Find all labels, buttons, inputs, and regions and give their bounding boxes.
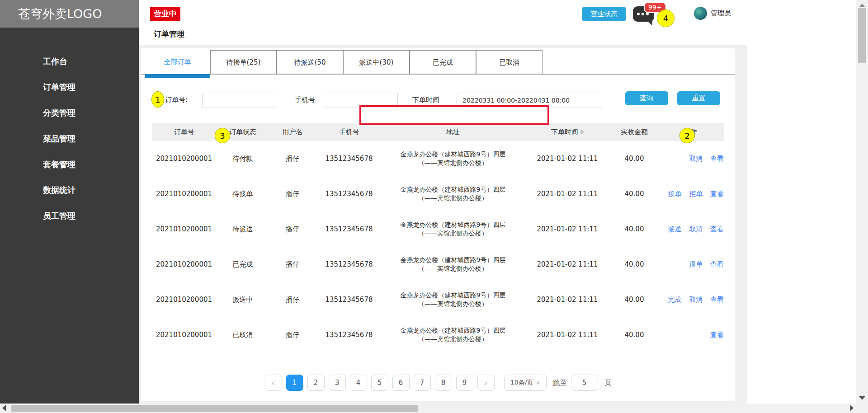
scroll-up-icon[interactable] <box>859 4 865 7</box>
action-cancel[interactable]: 取消 <box>689 225 703 233</box>
action-view[interactable]: 查看 <box>710 331 724 339</box>
scroll-down-icon[interactable] <box>859 396 865 400</box>
order-status: 已完成 <box>216 260 270 269</box>
page-button-6[interactable]: 6 <box>392 375 410 391</box>
order-time: 2021-01-02 11:11 <box>523 331 612 339</box>
phone: 13512345678 <box>315 225 383 233</box>
next-page-button[interactable]: › <box>477 375 495 391</box>
page-button-4[interactable]: 4 <box>350 375 367 391</box>
scroll-left-icon[interactable] <box>2 405 6 411</box>
page-button-2[interactable]: 2 <box>307 375 325 391</box>
sort-icon[interactable] <box>580 128 584 136</box>
row-actions: 完成 取消 查看 <box>657 296 724 304</box>
header-amount: 实收金额 <box>612 128 657 136</box>
main-area: 营业中 订单管理 营业状态 99+ 4 管理员 全部订单 待接单(25) 待派送… <box>139 0 856 404</box>
amount: 40.00 <box>612 260 657 268</box>
order-no: 2021010200001 <box>152 225 216 233</box>
header-order-time[interactable]: 下单时间 <box>523 128 612 136</box>
address: 金燕龙办公楼（建材城西路9号）四层 （——宾馆北侧办公楼） <box>383 291 523 308</box>
action-cancel[interactable]: 取消 <box>689 155 703 163</box>
sidebar-item-setmeal[interactable]: 套餐管理 <box>0 151 139 177</box>
order-no: 2021010200001 <box>152 155 216 163</box>
phone: 13512345678 <box>315 260 383 268</box>
table-row: 2021010200001 待派送 播仔 13512345678 金燕龙办公楼（… <box>152 211 724 247</box>
page-button-8[interactable]: 8 <box>435 375 452 391</box>
tab-cancelled[interactable]: 已取消 <box>476 50 542 74</box>
order-no: 2021010200001 <box>152 260 216 268</box>
header-address: 地址 <box>383 128 523 136</box>
order-time: 2021-01-02 11:11 <box>523 155 612 163</box>
header-order-no: 订单号 <box>152 128 216 136</box>
sidebar-item-workbench[interactable]: 工作台 <box>0 48 139 74</box>
table-row: 2021010200001 待接单 播仔 13512345678 金燕龙办公楼（… <box>152 176 724 211</box>
business-status-badge: 营业中 <box>150 7 180 21</box>
action-view[interactable]: 查看 <box>710 190 724 198</box>
vertical-scrollbar-thumb[interactable] <box>858 8 866 63</box>
address: 金燕龙办公楼（建材城西路9号）四层 （——宾馆北侧办公楼） <box>383 256 523 273</box>
action-cancel[interactable]: 取消 <box>689 296 703 304</box>
order-time: 2021-01-02 11:11 <box>523 190 612 198</box>
content-panel: 全部订单 待接单(25) 待派送(50 派送中(30) 已完成 已取消 订单号:… <box>139 45 747 404</box>
horizontal-scrollbar[interactable] <box>0 404 868 413</box>
sidebar: 苍穹外卖LOGO 工作台 订单管理 分类管理 菜品管理 套餐管理 数据统计 员工… <box>0 0 139 404</box>
avatar[interactable] <box>694 7 707 20</box>
app-logo: 苍穹外卖LOGO <box>0 0 139 28</box>
amount: 40.00 <box>612 190 657 198</box>
user: 播仔 <box>270 155 315 163</box>
chat-dots-icon <box>637 13 640 15</box>
chevron-down-icon: ∨ <box>536 380 540 386</box>
reset-button[interactable]: 重置 <box>677 91 720 105</box>
sidebar-item-categories[interactable]: 分类管理 <box>0 100 139 126</box>
prev-page-button[interactable]: ‹ <box>265 375 282 391</box>
order-time: 2021-01-02 11:11 <box>523 225 612 233</box>
vertical-scrollbar[interactable] <box>856 0 868 404</box>
table-header-row: 订单号 订单状态 用户名 手机号 地址 下单时间 实收金额 操作 <box>152 123 724 141</box>
tab-pending-accept[interactable]: 待接单(25) <box>210 50 277 74</box>
active-tab-underline <box>145 74 210 78</box>
action-accept[interactable]: 接单 <box>668 190 681 198</box>
sidebar-item-orders[interactable]: 订单管理 <box>0 74 139 100</box>
row-actions: 派送 取消 查看 <box>657 225 724 234</box>
action-view[interactable]: 查看 <box>710 260 724 268</box>
order-status: 待接单 <box>216 190 270 198</box>
page-button-7[interactable]: 7 <box>414 375 431 391</box>
row-actions: 退单 查看 <box>657 260 724 269</box>
tab-pending-dispatch[interactable]: 待派送(50 <box>277 50 343 74</box>
horizontal-scrollbar-thumb[interactable] <box>11 405 418 412</box>
page-button-1[interactable]: 1 <box>286 375 303 391</box>
tab-all-orders[interactable]: 全部订单 <box>145 50 210 74</box>
action-complete[interactable]: 完成 <box>668 296 681 304</box>
business-status-button[interactable]: 营业状态 <box>582 7 626 21</box>
amount: 40.00 <box>612 225 657 233</box>
action-refund[interactable]: 退单 <box>689 260 703 268</box>
table-row: 2021010200001 已取消 播仔 13512345678 金燕龙办公楼（… <box>152 317 724 352</box>
sidebar-item-dishes[interactable]: 菜品管理 <box>0 126 139 151</box>
jump-page-input[interactable] <box>571 375 598 391</box>
order-time-label: 下单时间 <box>412 96 439 104</box>
page-button-5[interactable]: 5 <box>371 375 388 391</box>
tab-dispatching[interactable]: 派送中(30) <box>343 50 410 74</box>
action-reject[interactable]: 拒单 <box>689 190 703 198</box>
action-view[interactable]: 查看 <box>710 155 724 163</box>
page-button-9[interactable]: 9 <box>456 375 473 391</box>
action-view[interactable]: 查看 <box>710 296 724 304</box>
page-button-3[interactable]: 3 <box>329 375 346 391</box>
scroll-right-icon[interactable] <box>850 405 854 411</box>
order-status: 已取消 <box>216 331 270 339</box>
search-button[interactable]: 查询 <box>625 91 668 105</box>
username-label: 管理员 <box>711 9 731 18</box>
sidebar-item-employees[interactable]: 员工管理 <box>0 203 139 229</box>
annotation-red-box <box>359 105 549 125</box>
action-dispatch[interactable]: 派送 <box>668 225 681 233</box>
page-size-select[interactable]: 10条/页 ∨ <box>504 375 547 391</box>
tab-completed[interactable]: 已完成 <box>410 50 476 74</box>
order-no-label: 订单号: <box>165 96 188 104</box>
row-actions: 取消 查看 <box>657 155 724 163</box>
sidebar-item-statistics[interactable]: 数据统计 <box>0 177 139 203</box>
orders-card: 全部订单 待接单(25) 待派送(50 派送中(30) 已完成 已取消 订单号:… <box>141 48 735 401</box>
order-no-input[interactable] <box>202 93 276 108</box>
action-view[interactable]: 查看 <box>710 225 724 233</box>
phone: 13512345678 <box>315 155 383 163</box>
table-row: 2021010200001 已完成 播仔 13512345678 金燕龙办公楼（… <box>152 247 724 282</box>
user: 播仔 <box>270 296 315 304</box>
